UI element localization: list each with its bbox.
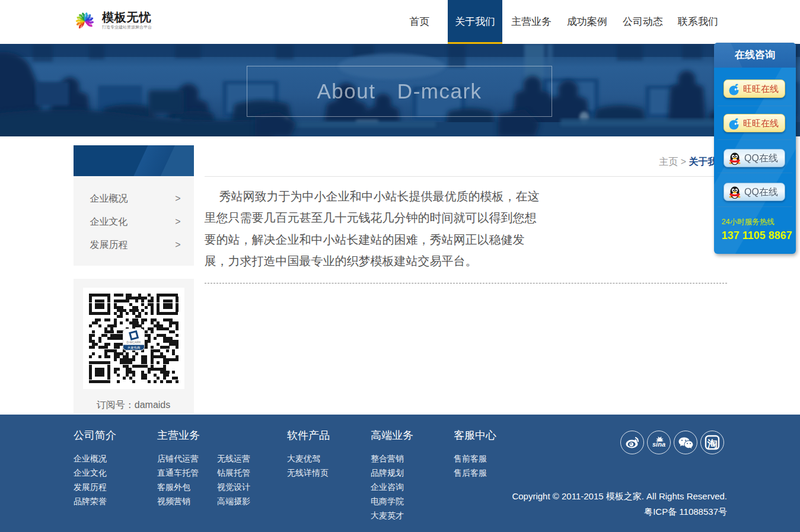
svg-text:淘: 淘 xyxy=(707,438,718,450)
svg-text:大麦电商: 大麦电商 xyxy=(127,346,140,350)
svg-text:sina: sina xyxy=(652,441,665,448)
svg-text:D-MCARK: D-MCARK xyxy=(126,340,141,344)
